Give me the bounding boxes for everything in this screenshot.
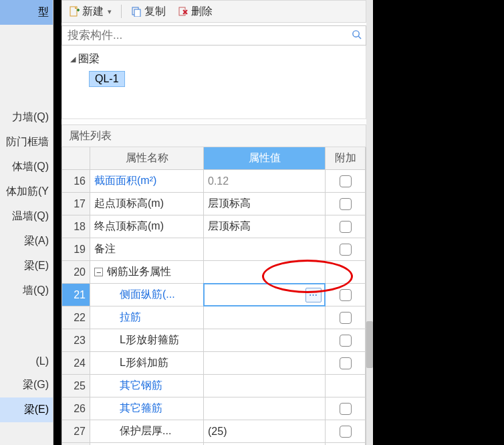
row-number: 17 [62, 193, 90, 215]
append-checkbox[interactable] [340, 403, 352, 415]
left-nav-item[interactable]: 型 [0, 0, 53, 25]
left-nav-item[interactable]: 梁(E) [0, 254, 53, 278]
append-checkbox[interactable] [340, 221, 352, 233]
append-checkbox[interactable] [340, 357, 352, 369]
search-icon[interactable] [347, 29, 366, 42]
left-nav-item[interactable]: 防门框墙 [0, 130, 53, 155]
component-tree: ◢ 圈梁 QL-1 [61, 46, 366, 119]
left-nav-item[interactable]: 体墙(Q) [0, 155, 53, 179]
property-value[interactable]: ⋯ [203, 283, 326, 306]
delete-label: 删除 [191, 5, 213, 19]
copy-button[interactable]: 复制 [128, 3, 168, 20]
tree-item-selected[interactable]: QL-1 [89, 71, 125, 87]
col-num-header [62, 147, 90, 170]
row-number: 24 [62, 352, 90, 375]
property-name: 侧面纵筋(... [90, 284, 204, 306]
copy-label: 复制 [144, 5, 166, 19]
property-value[interactable]: 层顶标高 [204, 193, 326, 215]
dropdown-icon: ▾ [108, 7, 112, 16]
append-cell [326, 215, 366, 238]
property-name: 其它钢筋 [90, 375, 204, 397]
append-cell [326, 170, 366, 193]
append-checkbox[interactable] [340, 289, 352, 301]
property-name: 截面面积(m²) [90, 170, 204, 193]
property-value[interactable] [204, 238, 326, 261]
property-name: 备注 [90, 238, 204, 261]
table-row[interactable]: 18终点顶标高(m)层顶标高 [62, 215, 366, 238]
left-nav-item[interactable]: (L) [0, 350, 53, 373]
append-cell [326, 284, 366, 306]
table-row[interactable]: 22拉筋 [62, 306, 366, 329]
collapse-toggle-icon[interactable]: − [94, 268, 103, 276]
append-checkbox[interactable] [340, 335, 352, 347]
property-value[interactable]: 0.12 [204, 170, 326, 193]
property-value[interactable] [204, 397, 326, 420]
delete-button[interactable]: 删除 [175, 3, 215, 20]
col-value-header[interactable]: 属性值 [204, 147, 326, 170]
table-row[interactable]: 17起点顶标高(m)层顶标高 [62, 193, 366, 215]
table-row[interactable]: 19备注 [62, 238, 366, 261]
property-name: 拉筋 [90, 306, 204, 329]
property-panel-title: 属性列表 [61, 124, 366, 147]
table-row[interactable]: 16截面面积(m²)0.12 [62, 170, 366, 193]
table-row[interactable]: 26其它箍筋 [62, 397, 366, 420]
grid-header: 属性名称 属性值 附加 [62, 147, 366, 170]
left-nav-panel: 型 力墙(Q) 防门框墙 体墙(Q) 体加筋(Y 温墙(Q) 梁(A) 梁(E)… [0, 0, 53, 445]
search-input[interactable] [62, 29, 347, 42]
new-button[interactable]: 新建 ▾ [66, 3, 114, 20]
append-cell [326, 329, 366, 352]
left-nav-item[interactable]: 梁(G) [0, 373, 53, 397]
property-name: L形斜加筋 [90, 352, 204, 375]
collapse-icon[interactable]: ◢ [70, 55, 76, 64]
append-checkbox[interactable] [340, 175, 352, 187]
left-nav-item[interactable]: 梁(E) [0, 397, 53, 422]
property-value[interactable] [204, 261, 326, 284]
property-name: L形放射箍筋 [90, 329, 204, 352]
append-cell [326, 238, 366, 261]
row-number: 27 [62, 420, 90, 443]
row-number: 25 [62, 375, 90, 397]
property-value[interactable]: 层顶标高 [204, 215, 326, 238]
left-nav-item[interactable]: 温墙(Q) [0, 204, 53, 229]
append-checkbox[interactable] [340, 312, 352, 324]
row-number: 20 [62, 261, 90, 284]
left-nav-item[interactable]: 力墙(Q) [0, 105, 53, 130]
table-row[interactable]: 25其它钢筋 [62, 375, 366, 397]
property-value[interactable]: (25) [204, 420, 326, 443]
property-value[interactable] [204, 352, 326, 375]
table-row[interactable]: 27保护层厚...(25) [62, 420, 366, 443]
scrollbar-thumb[interactable] [366, 321, 373, 368]
center-panel: 新建 ▾ 复制 删除 ◢ 圈梁 QL-1 [61, 0, 366, 445]
table-row[interactable]: 23L形放射箍筋 [62, 329, 366, 352]
left-nav-item[interactable]: 梁(A) [0, 229, 53, 254]
more-button[interactable]: ⋯ [305, 288, 322, 302]
left-nav-item[interactable]: 体加筋(Y [0, 179, 53, 204]
append-cell [326, 193, 366, 215]
append-cell [326, 420, 366, 443]
row-number: 26 [62, 397, 90, 420]
property-name: 其它箍筋 [90, 397, 204, 420]
row-number: 21 [62, 284, 90, 306]
table-row[interactable]: 24L形斜加筋 [62, 352, 366, 375]
property-value[interactable] [204, 306, 326, 329]
toolbar: 新建 ▾ 复制 删除 [61, 0, 366, 23]
append-checkbox[interactable] [340, 426, 352, 438]
append-cell [326, 306, 366, 329]
tree-root[interactable]: ◢ 圈梁 [70, 50, 366, 68]
property-name: 保护层厚... [90, 420, 204, 443]
append-checkbox[interactable] [340, 198, 352, 210]
property-value[interactable] [204, 375, 326, 397]
left-nav-item[interactable]: 墙(Q) [0, 278, 53, 303]
svg-rect-5 [134, 9, 140, 17]
append-checkbox[interactable] [340, 244, 352, 256]
row-number: 19 [62, 238, 90, 261]
table-row[interactable]: 20−钢筋业务属性 [62, 261, 366, 284]
property-name: 起点顶标高(m) [90, 193, 204, 215]
property-grid: 属性名称 属性值 附加 16截面面积(m²)0.1217起点顶标高(m)层顶标高… [61, 147, 366, 445]
property-value[interactable] [204, 329, 326, 352]
vertical-scrollbar[interactable] [366, 0, 373, 445]
property-name: −钢筋业务属性 [90, 261, 204, 284]
row-number: 22 [62, 306, 90, 329]
table-row[interactable]: 21侧面纵筋(...⋯ [62, 284, 366, 306]
svg-point-9 [352, 30, 358, 36]
